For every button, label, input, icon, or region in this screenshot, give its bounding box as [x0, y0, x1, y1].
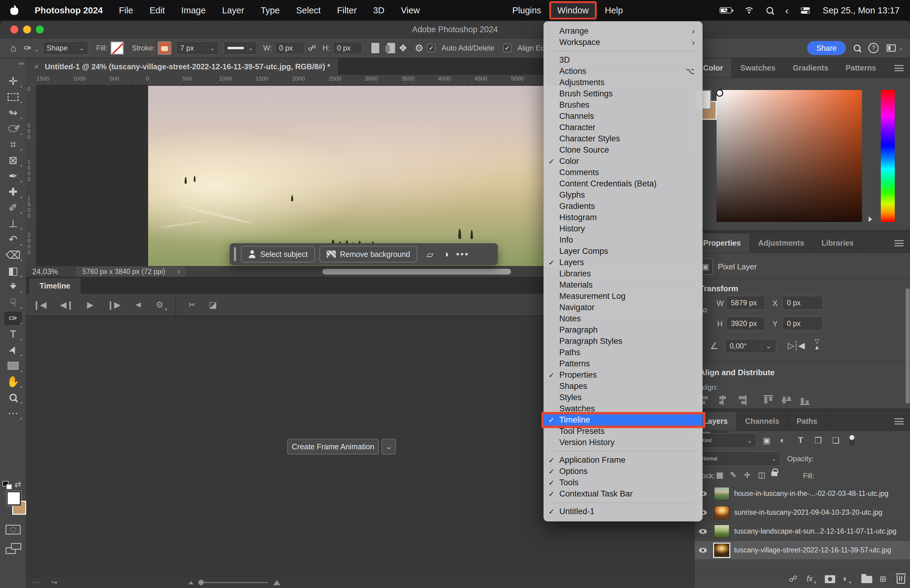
foreground-color-swatch[interactable] [7, 491, 21, 505]
eyedropper-tool[interactable]: ✒ [4, 169, 23, 183]
window-menu-item-version-history[interactable]: Version History [543, 437, 703, 448]
zoom-tool[interactable] [4, 390, 23, 405]
y-input[interactable]: 0 px [782, 317, 823, 331]
flip-horizontal-icon[interactable]: ▷┊◀ [788, 341, 804, 351]
layer-row[interactable]: sunrise-in-tuscany-2021-09-04-10-23-20-u… [695, 503, 910, 522]
previous-frame-icon[interactable]: ◀❙ [60, 300, 74, 310]
window-menu-item-paragraph-styles[interactable]: Paragraph Styles [543, 336, 703, 347]
add-layer-mask-icon[interactable] [825, 575, 835, 583]
document-image[interactable] [148, 86, 566, 266]
window-menu-item-untitled-1[interactable]: ✓Untitled-1 [543, 506, 703, 517]
move-tool[interactable]: ✛ [4, 74, 23, 89]
blend-mode-select[interactable]: Normal⌄ [698, 451, 781, 466]
tab-libraries[interactable]: Libraries [813, 234, 863, 253]
window-menu-item-layers[interactable]: ✓Layers [543, 257, 703, 268]
window-menu-item-layer-comps[interactable]: Layer Comps [543, 246, 703, 257]
window-menu-item-paragraph[interactable]: Paragraph [543, 325, 703, 336]
filter-smart-objects-icon[interactable]: ❏ [832, 436, 839, 446]
tab-patterns[interactable]: Patterns [837, 58, 885, 78]
remove-background-button[interactable]: Remove background [319, 246, 418, 262]
layer-thumbnail[interactable] [714, 506, 729, 519]
rectangular-marquee-tool[interactable] [4, 90, 23, 104]
gear-icon[interactable]: ⚙ [415, 42, 423, 54]
menubar-item-layer[interactable]: Layer [214, 0, 252, 21]
zoom-out-icon[interactable] [189, 581, 194, 584]
eraser-tool[interactable]: ⌫ [4, 248, 23, 262]
gradient-tool[interactable]: ◧ [4, 263, 23, 278]
lasso-tool[interactable]: ↬ [4, 105, 23, 120]
search-icon[interactable] [854, 45, 860, 52]
lock-position-icon[interactable]: ✛ [744, 470, 751, 480]
zoom-slider-thumb[interactable] [198, 580, 204, 585]
path-alignment-icon[interactable] [387, 43, 395, 53]
frame-view-icon[interactable]: ▫▫▫ [33, 580, 41, 586]
zoom-window-button[interactable] [36, 26, 44, 34]
window-menu-item-arrange[interactable]: Arrange› [543, 26, 703, 37]
new-layer-icon[interactable]: ⊞ [879, 574, 887, 584]
window-menu-item-contextual-task-bar[interactable]: ✓Contextual Task Bar [543, 488, 703, 499]
eye-icon[interactable] [699, 548, 707, 553]
layer-thumbnail[interactable] [714, 525, 729, 538]
pen-tool[interactable]: ✑ [4, 311, 23, 326]
window-menu-item-channels[interactable]: Channels [543, 111, 703, 122]
filter-toggle-switch[interactable] [848, 434, 855, 447]
layer-thumbnail[interactable] [714, 544, 729, 557]
panel-menu-icon[interactable] [894, 240, 904, 246]
menubar-item-edit[interactable]: Edit [141, 0, 173, 21]
align-right-icon[interactable] [736, 395, 747, 405]
brush-tool[interactable]: ✐ [4, 200, 23, 215]
hue-slider[interactable] [881, 90, 895, 222]
layer-thumbnail[interactable] [714, 487, 729, 501]
eye-icon[interactable] [699, 529, 707, 534]
type-tool[interactable]: T [4, 327, 23, 341]
window-menu-item-notes[interactable]: Notes [543, 313, 703, 325]
panel-menu-icon[interactable] [894, 65, 904, 71]
window-menu-item-history[interactable]: History [543, 223, 703, 234]
create-frame-animation-button[interactable]: Create Frame Animation [287, 439, 379, 454]
window-menu-item-character-styles[interactable]: Character Styles [543, 133, 703, 144]
shape-tool[interactable] [4, 359, 23, 373]
healing-brush-tool[interactable]: ✚ [4, 184, 23, 199]
window-menu-item-navigator[interactable]: Navigator [543, 302, 703, 313]
window-menu-item-clone-source[interactable]: Clone Source [543, 144, 703, 156]
layer-row[interactable]: house-in-tuscany-in-the-...-02-02-03-48-… [695, 484, 910, 503]
menubar-clock[interactable]: Sep 25., Mon 13:17 [823, 5, 900, 16]
rotation-input[interactable]: 0,00°⌄ [725, 339, 776, 353]
layer-visibility-cell[interactable] [695, 522, 711, 541]
path-operations-icon[interactable] [371, 43, 379, 53]
first-frame-icon[interactable]: ❙◀ [33, 300, 47, 310]
link-dimensions-icon[interactable]: ☍ [308, 44, 316, 53]
frame-tool[interactable]: ⊠ [4, 153, 23, 168]
screen-mode-icon[interactable] [5, 543, 21, 554]
window-menu-item-tools[interactable]: ✓Tools [543, 477, 703, 488]
menubar-item-view[interactable]: View [393, 0, 428, 21]
window-menu-item-gradients[interactable]: Gradients [543, 201, 703, 212]
transition-icon[interactable]: ◪ [209, 300, 217, 310]
lock-paint-icon[interactable]: ✎ [730, 470, 737, 480]
apple-menu-icon[interactable] [10, 6, 18, 15]
menubar-item-help[interactable]: Help [597, 0, 631, 21]
layer-style-icon[interactable]: fx▾ [807, 574, 813, 583]
menubar-item-window[interactable]: Window [549, 1, 596, 19]
zoom-level[interactable]: 24,03% [32, 267, 69, 276]
panel-layout-chevron-icon[interactable]: ⌄ [899, 45, 903, 52]
tab-properties[interactable]: Properties [695, 234, 750, 253]
close-window-button[interactable] [10, 26, 18, 34]
menubar-item-3d[interactable]: 3D [365, 0, 393, 21]
audio-toggle-icon[interactable]: ◄ [134, 300, 143, 310]
window-menu-item-properties[interactable]: ✓Properties [543, 369, 703, 381]
window-menu-item-3d[interactable]: 3D [543, 55, 703, 66]
more-options-icon[interactable]: ••• [456, 249, 470, 259]
tab-swatches[interactable]: Swatches [732, 58, 784, 78]
wifi-icon[interactable] [744, 7, 754, 14]
shape-height-input[interactable]: 0 px [333, 42, 362, 55]
document-size-info[interactable]: 5760 px x 3840 px (72 ppi)› [77, 267, 186, 276]
align-bottom-icon[interactable] [800, 395, 810, 405]
menubar-item-image[interactable]: Image [173, 0, 214, 21]
canvas-horizontal-scrollbar[interactable] [322, 269, 511, 275]
document-tab[interactable]: × Untitled-1 @ 24% (tuscany-village-stre… [26, 58, 338, 75]
color-saturation-field[interactable] [716, 90, 862, 222]
window-menu-item-character[interactable]: Character [543, 122, 703, 133]
split-clip-icon[interactable]: ✂ [188, 300, 195, 310]
fill-swatch[interactable] [110, 41, 124, 55]
